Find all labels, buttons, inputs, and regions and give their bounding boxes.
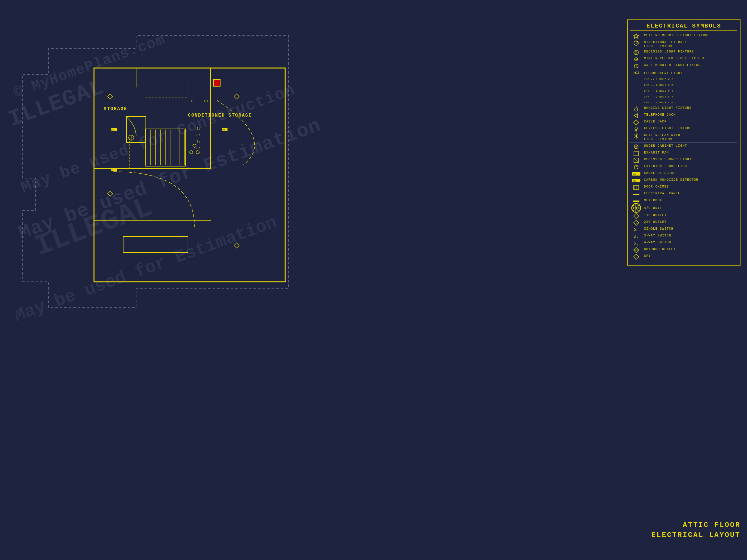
svg-text:S₃: S₃	[197, 146, 201, 150]
svg-line-67	[634, 158, 639, 163]
4way-switch-label: 4-WAY SWITCH	[644, 240, 671, 244]
legend-item-wall-mounted: WALL MOUNTED LIGHT FIXTURE	[630, 63, 737, 69]
svg-point-42	[636, 42, 638, 44]
recessed-light-label: RECESSED LIGHT FIXTURE	[644, 50, 694, 54]
legend-item-electrical-panel: ELECTRICAL PANEL	[630, 191, 737, 197]
divider-1	[630, 142, 737, 143]
3way-switch-label: 3-WAY SWITCH	[644, 234, 671, 238]
co-detector-icon: CO	[630, 178, 642, 184]
legend-item-single-switch: S SINGLE SWITCH	[630, 227, 737, 233]
exterior-flood-label: EXTERIOR FLOOD LIGHT	[644, 164, 689, 168]
room-label-conditioned: CONDITIONED STORAGE	[188, 113, 252, 118]
exhaust-fan-label: EXHAUST FAN	[644, 151, 669, 155]
svg-point-37	[193, 144, 196, 148]
telephone-jack-label: TELEPHONE JACK	[644, 113, 676, 117]
gfi-label: GFI	[644, 254, 651, 258]
cable-jack-icon	[630, 119, 642, 125]
svg-marker-53	[634, 114, 638, 117]
door-chimes-icon	[630, 185, 642, 190]
legend-item-exterior-flood: EXTERIOR FLOOD LIGHT	[630, 164, 737, 170]
fluorescent-label: FLUORESCENT LIGHT	[644, 72, 682, 75]
floor-plan-svg: S S₃ S₃ S₃ S₃ S₃ SD SD CO STORAGE CONDIT…	[16, 16, 327, 324]
legend-item-keyless: KEYLESS LIGHT FIXTURE	[630, 126, 737, 132]
mini-recessed-icon	[630, 56, 642, 62]
under-cabinet-label: UNDER CABINET LIGHT	[644, 144, 687, 148]
ac-unit-label: A/C UNIT	[644, 206, 662, 210]
co-detector-label: CARBON MONOXIDE DETECTOR	[644, 178, 698, 182]
svg-point-86	[632, 205, 636, 208]
220-outlet-label: 220 OUTLET	[644, 220, 667, 224]
svg-rect-16	[123, 236, 188, 252]
fluorescent-sub: 1/2 -- 1 BULB # 2'2/2 -- 2 BULB # 2'1/4 …	[644, 78, 675, 104]
main-container: S S₃ S₃ S₃ S₃ S₃ SD SD CO STORAGE CONDIT…	[0, 0, 747, 560]
legend-item-cable-jack: CABLE JACK	[630, 119, 737, 125]
ac-unit-icon	[630, 205, 642, 211]
keyless-icon	[630, 126, 642, 132]
svg-point-51	[635, 108, 638, 111]
legend-item-recessed-light: RECESSED LIGHT FIXTURE	[630, 50, 737, 55]
directional-eyeball-icon	[630, 40, 642, 46]
ceiling-fan-label: CEILING FAN WITHLIGHT FIXTURE	[644, 133, 680, 141]
legend-item-meterbox: METERBOX	[630, 198, 737, 204]
svg-text:CO: CO	[633, 180, 636, 183]
legend-title: ELECTRICAL SYMBOLS	[630, 23, 737, 31]
svg-marker-40	[634, 34, 639, 38]
legend-item-door-chimes: DOOR CHIMES	[630, 185, 737, 190]
svg-rect-50	[636, 72, 639, 74]
exterior-flood-icon	[630, 164, 642, 170]
wall-mounted-label: WALL MOUNTED LIGHT FIXTURE	[644, 63, 703, 68]
legend-item-hanging: HANGING LIGHT FIXTURE	[630, 106, 737, 112]
3way-switch-icon: S3	[630, 234, 642, 239]
exhaust-fan-icon	[630, 151, 642, 156]
svg-rect-65	[634, 151, 639, 156]
title-line2: ELECTRICAL LAYOUT	[651, 531, 741, 540]
legend-item-telephone-jack: TELEPHONE JACK	[630, 113, 737, 118]
legend-item-under-cabinet: UNDER CABINET LIGHT	[630, 144, 737, 150]
legend-item-ceiling-light: CEILING MOUNTED LIGHT FIXTURE	[630, 33, 737, 39]
hanging-label: HANGING LIGHT FIXTURE	[644, 106, 692, 110]
meterbox-label: METERBOX	[644, 198, 662, 203]
svg-marker-98	[634, 254, 639, 260]
electrical-panel-label: ELECTRICAL PANEL	[644, 191, 680, 196]
under-cabinet-icon	[630, 144, 642, 150]
svg-point-43	[634, 50, 639, 55]
door-chimes-label: DOOR CHIMES	[644, 185, 669, 189]
smoke-detector-icon: SD	[630, 171, 642, 177]
110-outlet-icon	[630, 213, 642, 219]
directional-eyeball-label: DIRECTIONAL EYEBALLLIGHT FIXTURE	[644, 40, 687, 49]
svg-point-44	[635, 52, 637, 53]
recessed-shower-label: RECESSED SHOWER LIGHT	[644, 157, 692, 162]
ceiling-light-label: CEILING MOUNTED LIGHT FIXTURE	[644, 33, 710, 37]
legend-item-exhaust-fan: EXHAUST FAN	[630, 151, 737, 156]
svg-text:220: 220	[634, 222, 638, 225]
svg-text:SD: SD	[111, 168, 114, 171]
svg-point-55	[635, 127, 638, 130]
keyless-label: KEYLESS LIGHT FIXTURE	[644, 126, 692, 131]
gfi-icon	[630, 254, 642, 260]
title-block: ATTIC FLOOR ELECTRICAL LAYOUT	[651, 521, 741, 540]
recessed-light-icon	[630, 50, 642, 55]
svg-marker-19	[108, 191, 113, 196]
svg-text:S₃: S₃	[197, 140, 201, 143]
svg-text:S₃: S₃	[197, 127, 201, 131]
ceiling-light-icon	[630, 33, 642, 39]
svg-text:CO: CO	[222, 129, 225, 131]
svg-marker-20	[234, 243, 239, 248]
svg-text:GFI: GFI	[634, 249, 638, 251]
4way-switch-icon: S4	[630, 240, 642, 246]
legend-item-gfi: GFI	[630, 254, 737, 260]
svg-rect-0	[94, 68, 285, 282]
svg-text:S: S	[191, 99, 194, 103]
svg-rect-15	[126, 116, 146, 142]
mini-recessed-label: MINI RECESSED LIGHT FIXTURE	[644, 56, 705, 60]
room-label-storage: STORAGE	[104, 106, 127, 111]
svg-text:S: S	[634, 227, 637, 232]
outdoor-outlet-icon: GFI	[630, 247, 642, 253]
legend-item-smoke-detector: SD SMOKE DETECTOR	[630, 171, 737, 177]
recessed-shower-icon	[630, 157, 642, 163]
svg-marker-17	[108, 94, 113, 99]
legend-item-outdoor-outlet: GFI OUTDOOR OUTLET	[630, 247, 737, 253]
svg-point-87	[636, 207, 637, 209]
title-line1: ATTIC FLOOR	[651, 521, 741, 531]
smoke-detector-label: SMOKE DETECTOR	[644, 171, 676, 175]
